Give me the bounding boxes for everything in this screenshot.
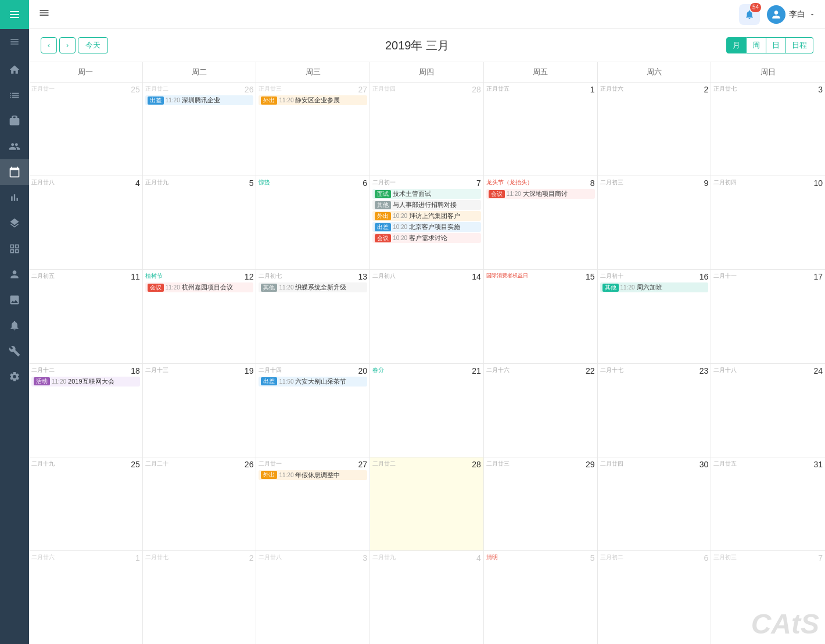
event-item[interactable]: 会议11:20大深地项目商讨: [486, 189, 595, 199]
day-cell-7-mar[interactable]: 二月初一7 面试技术主管面试 其他与人事部进行招聘对接 外出10:20拜访上汽集…: [370, 176, 484, 269]
day-cell-31-mar[interactable]: 二月廿五31: [711, 457, 825, 550]
day-cell-1-apr[interactable]: 二月廿六1: [29, 551, 143, 644]
nav-person[interactable]: [0, 262, 29, 287]
day-cell-21-mar[interactable]: 春分21: [370, 364, 484, 457]
user-avatar: [767, 5, 785, 24]
event-item[interactable]: 面试技术主管面试: [372, 189, 481, 199]
event-item[interactable]: 会议11:20杭州嘉园项目会议: [145, 282, 254, 292]
calendar-today-button[interactable]: 今天: [78, 37, 108, 53]
day-cell-15-mar[interactable]: 国际消费者权益日15: [484, 270, 598, 363]
nav-list[interactable]: [0, 83, 29, 108]
nav-grid[interactable]: [0, 236, 29, 262]
week-row-2: 正月廿八4 正月廿九5 惊蛰6 二月初一7 面试技术主管面试 其他与人事部进行招…: [29, 176, 825, 270]
nav-bell[interactable]: [0, 313, 29, 338]
event-item[interactable]: 外出11:20年假休息调整中: [259, 470, 367, 480]
day-cell-30-mar[interactable]: 二月廿四30: [598, 457, 712, 550]
calendar-grid: 周一 周二 周三 周四 周五 周六 周日 正月廿一25 正月廿二26 出差11:…: [29, 62, 825, 644]
topbar-menu-icon[interactable]: [38, 7, 50, 22]
user-dropdown-arrow: [809, 11, 816, 18]
nav-settings[interactable]: [0, 364, 29, 389]
day-cell-28-mar[interactable]: 二月廿二28: [370, 457, 484, 550]
nav-briefcase[interactable]: [0, 108, 29, 134]
day-cell-6-mar[interactable]: 惊蛰6: [256, 176, 370, 269]
day-cell-5-mar[interactable]: 正月廿九5: [143, 176, 257, 269]
day-cell-23-mar[interactable]: 二月十七23: [598, 364, 712, 457]
hamburger-icon: [9, 37, 20, 47]
day-cell-29-mar[interactable]: 二月廿三29: [484, 457, 598, 550]
nav-home[interactable]: [0, 57, 29, 83]
calendar: ‹ › 今天 2019年 三月 月 周 日 日程 周一 周二 周三 周四 周五 …: [29, 29, 825, 644]
event-item[interactable]: 出差11:50六安大别山采茶节: [259, 377, 367, 387]
day-cell-11-mar[interactable]: 二月初五11: [29, 270, 143, 363]
day-cell-18-mar[interactable]: 二月十二18 活动11:202019互联网大会: [29, 364, 143, 457]
sidebar-nav: [0, 57, 29, 389]
notification-button[interactable]: 54: [739, 4, 760, 25]
day-cell-3-mar[interactable]: 正月廿七3: [711, 83, 825, 176]
day-cell-13-mar[interactable]: 二月初七13 其他11:20织蝶系统全新升级: [256, 270, 370, 363]
day-cell-26-mar[interactable]: 二月二十26: [143, 457, 257, 550]
day-header-fri: 周五: [484, 62, 598, 82]
calendar-header: ‹ › 今天 2019年 三月 月 周 日 日程: [29, 29, 825, 62]
event-item[interactable]: 出差11:20深圳腾讯企业: [145, 95, 254, 105]
event-item[interactable]: 会议10:20客户需求讨论: [372, 233, 481, 243]
nav-tool[interactable]: [0, 338, 29, 364]
nav-layers[interactable]: [0, 210, 29, 236]
event-item[interactable]: 其他11:20织蝶系统全新升级: [259, 282, 367, 292]
event-item[interactable]: 外出10:20拜访上汽集团客户: [372, 211, 481, 221]
view-btn-week[interactable]: 周: [747, 37, 766, 53]
nav-users[interactable]: [0, 134, 29, 159]
day-cell-7-apr[interactable]: 三月初三7 CAtS: [711, 551, 825, 644]
day-cell-19-mar[interactable]: 二月十三19: [143, 364, 257, 457]
day-cell-14-mar[interactable]: 二月初八14: [370, 270, 484, 363]
sidebar-logo[interactable]: [0, 0, 29, 29]
nav-calendar[interactable]: [0, 159, 29, 185]
day-cell-28-feb[interactable]: 正月廿四28: [370, 83, 484, 176]
view-btn-month[interactable]: 月: [726, 37, 747, 53]
user-name: 李白: [789, 9, 805, 20]
event-item[interactable]: 出差10:20北京客户项目实施: [372, 222, 481, 232]
day-cell-1-mar[interactable]: 正月廿五1: [484, 83, 598, 176]
day-cell-2-mar[interactable]: 正月廿六2: [598, 83, 712, 176]
day-cell-25-feb[interactable]: 正月廿一25: [29, 83, 143, 176]
day-cell-22-mar[interactable]: 二月十六22: [484, 364, 598, 457]
sidebar-hamburger[interactable]: [0, 29, 29, 55]
day-cell-26-feb[interactable]: 正月廿二26 出差11:20深圳腾讯企业: [143, 83, 257, 176]
event-item[interactable]: 其他11:20周六加班: [600, 282, 709, 292]
day-cell-4-mar[interactable]: 正月廿八4: [29, 176, 143, 269]
week-row-4: 二月十二18 活动11:202019互联网大会 二月十三19 二月十四20 出差…: [29, 364, 825, 457]
event-item[interactable]: 外出11:20静安区企业参展: [259, 95, 367, 105]
week-row-6: 二月廿六1 二月廿七2 二月廿八3 二月廿九4 清明5 三月: [29, 551, 825, 644]
day-cell-5-apr[interactable]: 清明5: [484, 551, 598, 644]
day-cell-2-apr[interactable]: 二月廿七2: [143, 551, 257, 644]
calendar-prev-button[interactable]: ‹: [41, 37, 57, 53]
day-cell-10-mar[interactable]: 二月初四10: [711, 176, 825, 269]
day-cell-3-apr[interactable]: 二月廿八3: [256, 551, 370, 644]
calendar-nav-buttons: ‹ › 今天: [41, 37, 108, 53]
event-item[interactable]: 活动11:202019互联网大会: [31, 377, 140, 387]
nav-chart[interactable]: [0, 185, 29, 210]
logo-icon: [8, 8, 21, 22]
day-cell-16-mar[interactable]: 二月初十16 其他11:20周六加班: [598, 270, 712, 363]
view-btn-day[interactable]: 日: [766, 37, 786, 53]
day-cell-4-apr[interactable]: 二月廿九4: [370, 551, 484, 644]
day-cell-12-mar[interactable]: 植树节12 会议11:20杭州嘉园项目会议: [143, 270, 257, 363]
user-dropdown[interactable]: 李白: [767, 5, 816, 24]
day-headers: 周一 周二 周三 周四 周五 周六 周日: [29, 62, 825, 83]
day-cell-27-feb[interactable]: 正月廿三27 外出11:20静安区企业参展: [256, 83, 370, 176]
topbar-right: 54 李白: [739, 4, 816, 25]
view-btn-agenda[interactable]: 日程: [786, 37, 813, 53]
day-cell-9-mar[interactable]: 二月初三9: [598, 176, 712, 269]
day-header-mon: 周一: [29, 62, 143, 82]
day-cell-25-mar[interactable]: 二月十九25: [29, 457, 143, 550]
day-cell-8-mar[interactable]: 龙头节（龙抬头）8 会议11:20大深地项目商讨: [484, 176, 598, 269]
day-header-tue: 周二: [143, 62, 257, 82]
calendar-next-button[interactable]: ›: [59, 37, 76, 53]
week-row-3: 二月初五11 植树节12 会议11:20杭州嘉园项目会议 二月初七13 其他11…: [29, 270, 825, 363]
day-cell-17-mar[interactable]: 二月十一17: [711, 270, 825, 363]
day-cell-6-apr[interactable]: 三月初二6: [598, 551, 712, 644]
day-cell-24-mar[interactable]: 二月十八24: [711, 364, 825, 457]
day-cell-27-mar[interactable]: 二月廿一27 外出11:20年假休息调整中: [256, 457, 370, 550]
event-item[interactable]: 其他与人事部进行招聘对接: [372, 200, 481, 210]
nav-image[interactable]: [0, 287, 29, 313]
day-cell-20-mar[interactable]: 二月十四20 出差11:50六安大别山采茶节: [256, 364, 370, 457]
